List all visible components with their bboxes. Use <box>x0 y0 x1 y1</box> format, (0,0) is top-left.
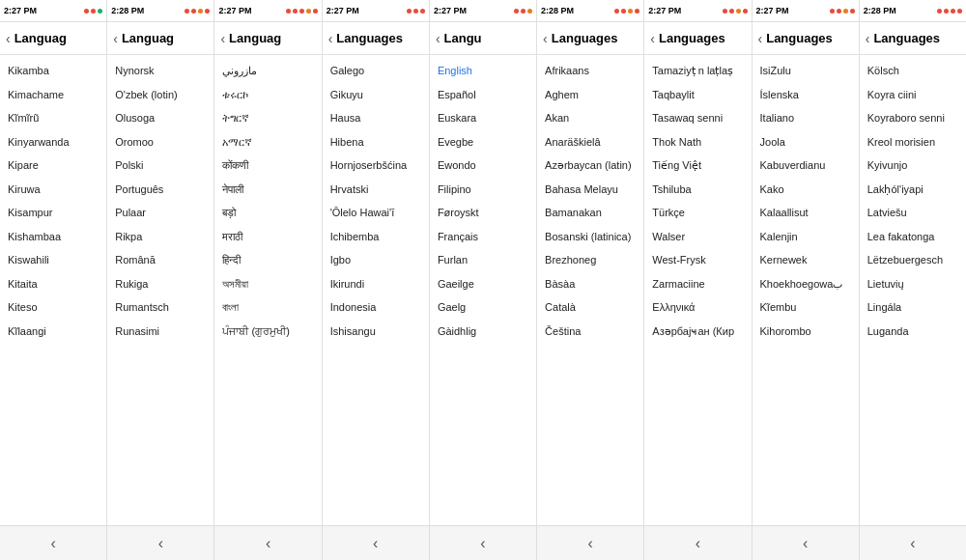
nav-back-1[interactable]: ‹ <box>107 526 214 560</box>
lang-item[interactable]: Tamaziyṭ n laṭlaṣ <box>644 59 751 83</box>
lang-item[interactable]: Kiruwa <box>0 178 106 202</box>
lang-item[interactable]: Ichibemba <box>323 225 429 249</box>
lang-item[interactable]: Bahasa Melayu <box>537 178 643 202</box>
lang-item[interactable]: বাংলা <box>214 295 321 320</box>
lang-item[interactable]: Ewondo <box>430 154 536 178</box>
lang-item[interactable]: Nynorsk <box>107 59 213 83</box>
nav-back-2[interactable]: ‹ <box>214 526 322 560</box>
nav-back-3[interactable]: ‹ <box>323 526 430 560</box>
lang-item[interactable]: Galego <box>323 59 429 83</box>
lang-item[interactable]: Tasawaq senni <box>644 106 751 130</box>
lang-item[interactable]: Oromoo <box>107 130 213 154</box>
lang-item[interactable]: Akan <box>537 106 643 130</box>
back-arrow-icon[interactable]: ‹ <box>436 31 440 46</box>
lang-item[interactable]: Gaeilge <box>430 272 536 296</box>
lang-item[interactable]: অসমীয়া <box>214 272 321 296</box>
lang-item[interactable]: Latviešu <box>860 201 966 225</box>
lang-item[interactable]: Rumantsch <box>107 295 213 320</box>
back-arrow-icon[interactable]: ‹ <box>543 31 548 46</box>
lang-item[interactable]: Rukiga <box>107 272 213 296</box>
lang-item[interactable]: Aghem <box>537 83 643 107</box>
lang-item[interactable]: Igbo <box>323 248 429 272</box>
lang-item[interactable]: Gikuyu <box>323 83 429 107</box>
lang-item[interactable]: Koyraboro senni <box>860 106 966 130</box>
back-arrow-icon[interactable]: ‹ <box>220 31 225 46</box>
lang-item[interactable]: Kĩembu <box>753 295 859 320</box>
lang-item[interactable]: Hibena <box>323 130 429 154</box>
lang-item[interactable]: नेपाली <box>214 178 321 202</box>
back-arrow-icon[interactable]: ‹ <box>328 31 333 46</box>
lang-item[interactable]: Hrvatski <box>323 178 429 202</box>
lang-item[interactable]: Kitaita <box>0 272 106 296</box>
lang-item[interactable]: Taqbaylit <box>644 83 751 107</box>
lang-item[interactable]: Português <box>107 178 213 202</box>
lang-item[interactable]: Čeština <box>537 320 643 344</box>
lang-item[interactable]: 'Ōlelo Hawai'ī <box>323 201 429 225</box>
lang-item[interactable]: Bàsàa <box>537 272 643 296</box>
nav-back-6[interactable]: ‹ <box>644 526 752 560</box>
lang-item[interactable]: Evegbe <box>430 130 536 154</box>
lang-item[interactable]: Anaräškielâ <box>537 130 643 154</box>
lang-item[interactable]: ਪੰਜਾਬੀ (ਗੁਰਮੁਖੀ) <box>214 320 321 344</box>
nav-back-0[interactable]: ‹ <box>0 526 107 560</box>
lang-item[interactable]: Kishambaa <box>0 225 106 249</box>
lang-item[interactable]: Español <box>430 83 536 107</box>
lang-item[interactable]: Lakḥól'iyapi <box>860 178 966 202</box>
lang-item[interactable]: बड़ो <box>214 201 321 225</box>
lang-item[interactable]: English <box>430 59 536 83</box>
lang-item[interactable]: Tiếng Việt <box>644 154 751 178</box>
lang-item[interactable]: Filipino <box>430 178 536 202</box>
lang-item[interactable]: Gaelg <box>430 295 536 320</box>
lang-item[interactable]: Kipare <box>0 154 106 178</box>
lang-item[interactable]: Euskara <box>430 106 536 130</box>
lang-item[interactable]: Hausa <box>323 106 429 130</box>
back-arrow-icon[interactable]: ‹ <box>758 31 763 46</box>
lang-item[interactable]: IsiZulu <box>753 59 859 83</box>
lang-item[interactable]: Kalaallisut <box>753 201 859 225</box>
lang-item[interactable]: Lea fakatonga <box>860 225 966 249</box>
lang-item[interactable]: Rikpa <box>107 225 213 249</box>
lang-item[interactable]: Tshiluba <box>644 178 751 202</box>
lang-item[interactable]: Lingála <box>860 295 966 320</box>
lang-item[interactable]: हिन्दी <box>214 248 321 272</box>
nav-back-4[interactable]: ‹ <box>430 526 537 560</box>
lang-item[interactable]: Indonesia <box>323 295 429 320</box>
lang-item[interactable]: Thok Nath <box>644 130 751 154</box>
lang-item[interactable]: Føroyskt <box>430 201 536 225</box>
lang-item[interactable]: Ikirundi <box>323 272 429 296</box>
lang-item[interactable]: Walser <box>644 225 751 249</box>
lang-item[interactable]: O'zbek (lotin) <box>107 83 213 107</box>
lang-item[interactable]: Brezhoneg <box>537 248 643 272</box>
lang-item[interactable]: Română <box>107 248 213 272</box>
lang-item[interactable]: Kabuverdianu <box>753 154 859 178</box>
lang-item[interactable]: Kreol morisien <box>860 130 966 154</box>
back-arrow-icon[interactable]: ‹ <box>866 31 870 46</box>
lang-item[interactable]: Italiano <box>753 106 859 130</box>
lang-item[interactable]: Kimachame <box>0 83 106 107</box>
lang-item[interactable]: Kinyarwanda <box>0 130 106 154</box>
lang-item[interactable]: Koyra ciini <box>860 83 966 107</box>
lang-item[interactable]: Luganda <box>860 320 966 344</box>
nav-back-8[interactable]: ‹ <box>860 526 966 560</box>
lang-item[interactable]: Ελληνικά <box>644 295 751 320</box>
lang-item[interactable]: Joola <box>753 130 859 154</box>
lang-item[interactable]: Zarmaciine <box>644 272 751 296</box>
lang-item[interactable]: Bamanakan <box>537 201 643 225</box>
lang-item[interactable]: Kiteso <box>0 295 106 320</box>
lang-item[interactable]: Khoekhoegowaب <box>753 272 859 296</box>
nav-back-7[interactable]: ‹ <box>753 526 860 560</box>
lang-item[interactable]: Азәрбајҹан (Кир <box>644 320 751 344</box>
lang-item[interactable]: Lëtzebuergesch <box>860 248 966 272</box>
lang-item[interactable]: Kihorombo <box>753 320 859 344</box>
lang-item[interactable]: مازروني <box>214 59 321 83</box>
lang-item[interactable]: Kisampur <box>0 201 106 225</box>
lang-item[interactable]: Gàidhlig <box>430 320 536 344</box>
lang-item[interactable]: Kĩlaangi <box>0 320 106 344</box>
lang-item[interactable]: Lietuvių <box>860 272 966 296</box>
lang-item[interactable]: ቱሩርኮ <box>214 83 321 107</box>
lang-item[interactable]: ትግርኛ <box>214 106 321 130</box>
nav-back-5[interactable]: ‹ <box>537 526 644 560</box>
back-arrow-icon[interactable]: ‹ <box>6 31 11 46</box>
lang-item[interactable]: Pulaar <box>107 201 213 225</box>
lang-item[interactable]: Kiswahili <box>0 248 106 272</box>
